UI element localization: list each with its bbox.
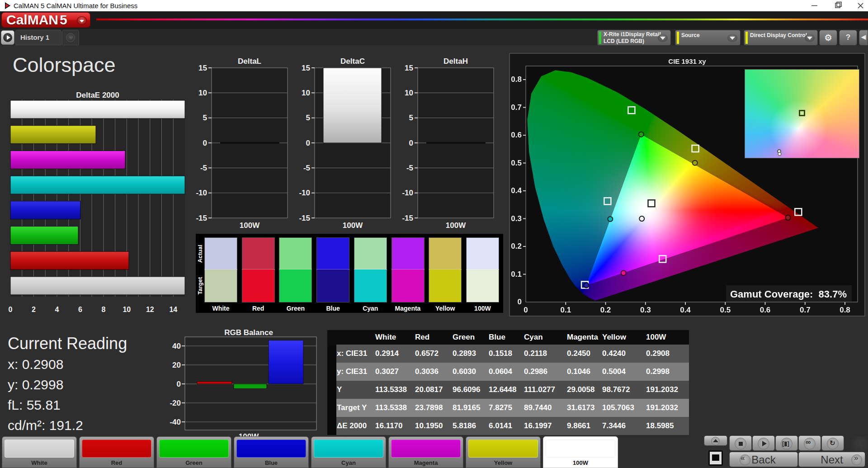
svg-text:0.6: 0.6 [760,306,771,314]
svg-text:2: 2 [32,306,36,313]
svg-text:15: 15 [405,64,413,72]
svg-text:100W: 100W [240,221,260,230]
svg-text:10: 10 [405,89,413,97]
svg-text:DeltaC: DeltaC [340,57,365,66]
svg-text:CIE 1931 xy: CIE 1931 xy [668,57,706,65]
svg-text:-5: -5 [200,164,207,172]
svg-text:-20: -20 [170,399,181,407]
svg-text:0: 0 [203,139,207,147]
svg-text:5: 5 [203,113,207,122]
svg-text:0.6: 0.6 [511,131,522,139]
svg-text:100W: 100W [343,221,363,230]
svg-text:0.5: 0.5 [511,159,522,167]
svg-text:0: 0 [409,139,413,147]
svg-text:-10: -10 [196,189,207,197]
svg-text:-5: -5 [406,164,413,172]
svg-text:10: 10 [123,306,131,313]
svg-text:5: 5 [409,113,413,122]
svg-text:20: 20 [172,361,181,369]
svg-text:0.8: 0.8 [511,75,522,84]
svg-text:DeltaL: DeltaL [238,57,261,66]
svg-text:-5: -5 [303,164,310,172]
svg-text:-15: -15 [196,214,207,222]
svg-text:-40: -40 [170,418,181,426]
svg-text:15: 15 [302,64,310,72]
svg-text:0.4: 0.4 [511,186,522,195]
svg-text:-15: -15 [299,214,310,222]
svg-text:0: 0 [177,380,181,388]
svg-text:-10: -10 [402,189,413,197]
svg-text:10: 10 [302,89,310,97]
svg-text:5: 5 [306,113,310,122]
svg-text:0.3: 0.3 [511,214,522,223]
svg-text:0.3: 0.3 [640,306,651,314]
svg-text:DeltaH: DeltaH [443,57,468,66]
svg-text:0: 0 [9,306,13,313]
svg-text:0.8: 0.8 [840,306,850,314]
svg-text:0.5: 0.5 [720,306,731,314]
svg-text:0.7: 0.7 [800,306,811,314]
svg-text:0.1: 0.1 [511,270,522,279]
svg-text:8: 8 [101,306,105,313]
svg-text:DeltaE 2000: DeltaE 2000 [76,91,119,99]
svg-text:0.7: 0.7 [511,103,522,112]
svg-text:-15: -15 [402,214,413,222]
svg-text:RGB Balance: RGB Balance [224,328,273,337]
svg-text:100W: 100W [446,221,466,230]
svg-text:0: 0 [524,306,528,314]
svg-text:40: 40 [172,342,181,350]
svg-text:12: 12 [146,306,154,313]
svg-text:14: 14 [169,306,177,313]
svg-text:0: 0 [306,139,310,147]
svg-text:10: 10 [198,89,207,97]
svg-text:-10: -10 [299,189,310,197]
svg-text:0.4: 0.4 [680,306,691,314]
svg-text:0.2: 0.2 [511,242,522,251]
svg-text:0.2: 0.2 [600,306,611,314]
svg-text:Gamut Coverage: 83.7%: Gamut Coverage: 83.7% [730,288,847,300]
svg-text:4: 4 [55,306,59,313]
svg-text:6: 6 [78,306,82,313]
svg-text:15: 15 [198,64,207,72]
svg-text:0.1: 0.1 [560,306,571,314]
svg-text:0: 0 [518,298,522,306]
